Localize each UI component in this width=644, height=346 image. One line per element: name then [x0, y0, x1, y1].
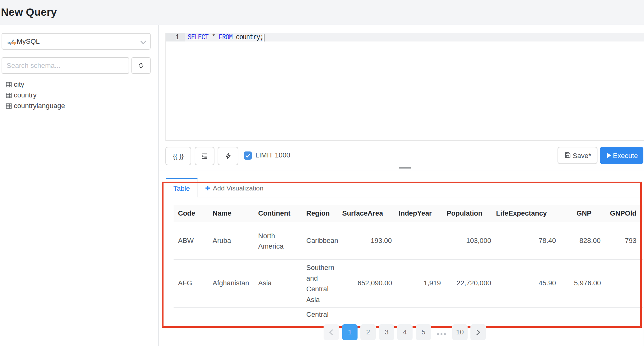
svg-text:SQL: SQL	[11, 41, 16, 45]
